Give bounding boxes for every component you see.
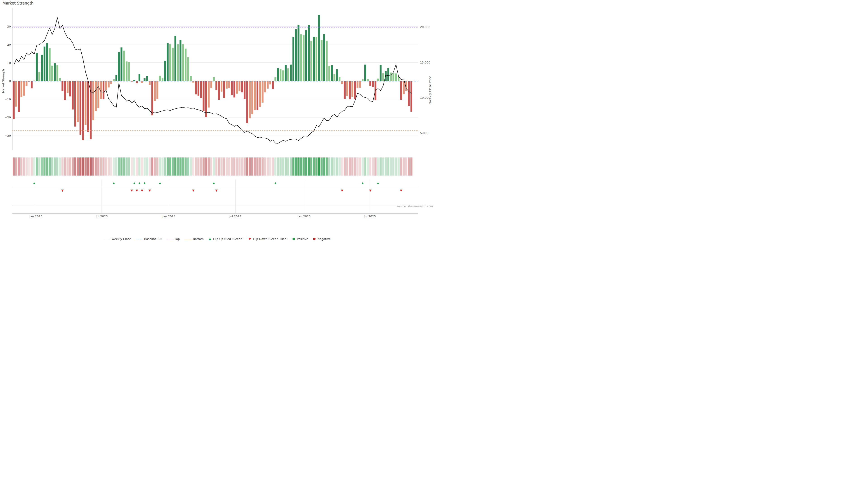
heatmap-cell — [310, 158, 312, 175]
strength-bar — [67, 81, 68, 93]
strength-bar — [321, 40, 322, 81]
strength-bar — [282, 70, 284, 81]
strength-bar — [226, 81, 228, 89]
strength-bar — [21, 81, 22, 97]
strength-bar — [187, 57, 189, 81]
strength-bar — [236, 81, 238, 94]
legend-item: Weekly Close — [103, 237, 131, 240]
legend-tri-down-icon — [248, 238, 251, 240]
strength-bar — [31, 81, 33, 88]
heatmap-cell — [367, 158, 369, 175]
strength-bar — [180, 40, 181, 81]
heatmap-cell — [261, 158, 264, 175]
flip-up-marker — [138, 182, 141, 185]
flip-down-marker — [149, 190, 151, 192]
strength-bar — [215, 81, 217, 90]
heatmap-cell — [359, 158, 361, 175]
legend-item: Flip Up (Red→Green) — [209, 237, 243, 240]
strength-bar — [18, 81, 20, 112]
flip-up-marker — [377, 182, 379, 185]
heatmap-cell — [74, 158, 76, 175]
heatmap-cell — [282, 158, 284, 175]
heatmap-cell — [49, 158, 51, 175]
heatmap-cell — [320, 158, 322, 175]
heatmap-cell — [164, 158, 166, 175]
heatmap-cell — [351, 158, 353, 175]
heatmap-cell — [305, 158, 307, 175]
heatmap-cell — [303, 158, 305, 175]
strength-bar — [408, 81, 410, 106]
heatmap-cell — [131, 158, 133, 175]
heatmap-cell — [379, 158, 381, 175]
heatmap-cell — [90, 158, 92, 175]
heatmap-cell — [121, 158, 123, 175]
strength-bar — [272, 81, 274, 89]
heatmap-cell — [184, 158, 186, 175]
heatmap-cell — [369, 158, 371, 175]
strength-bar — [172, 48, 174, 81]
flip-down-marker — [141, 190, 143, 192]
strength-bar — [144, 78, 145, 81]
heatmap-cell — [341, 158, 343, 175]
strength-bar — [26, 81, 27, 86]
strength-bar — [313, 37, 315, 81]
right-tick-label: 20,000 — [420, 25, 430, 29]
strength-bar — [385, 71, 386, 81]
heatmap-cell — [72, 158, 74, 175]
heatmap-cell — [315, 158, 317, 175]
strength-bar — [277, 68, 279, 81]
strength-bar — [244, 81, 246, 99]
x-tick-label: Jul 2024 — [229, 215, 241, 218]
heatmap-cell — [349, 158, 351, 175]
x-tick-label: Jan 2024 — [162, 215, 176, 218]
heatmap-cell — [20, 158, 22, 175]
x-tick-label: Jan 2023 — [29, 215, 42, 218]
strength-bar — [300, 34, 302, 81]
page-title: Market Strength — [2, 1, 33, 5]
legend-label: Top — [175, 237, 180, 240]
strength-bar — [121, 47, 122, 81]
strength-bar — [77, 81, 79, 122]
strength-bar — [326, 41, 328, 81]
heatmap-cell — [82, 158, 84, 175]
heatmap-cell — [403, 158, 405, 175]
strength-bar — [118, 52, 120, 81]
legend-circle-icon — [292, 238, 295, 240]
heatmap-cell — [269, 158, 271, 175]
left-tick-label: −30 — [2, 134, 11, 137]
strength-bar — [264, 81, 266, 92]
strength-bar — [310, 41, 312, 81]
strength-bar — [69, 81, 71, 96]
heatmap-cell — [405, 158, 407, 175]
strength-bar — [105, 81, 107, 90]
heatmap-cell — [300, 158, 302, 175]
strength-bar — [23, 81, 25, 96]
flip-down-marker — [61, 190, 64, 192]
heatmap-cell — [33, 158, 35, 175]
chart-canvas — [0, 0, 434, 244]
strength-bar — [351, 81, 353, 97]
strength-bar — [190, 76, 192, 81]
heatmap-cell — [59, 158, 61, 175]
strength-bar — [108, 81, 110, 88]
heatmap-cell — [97, 158, 99, 175]
heatmap-cell — [177, 158, 179, 175]
strength-bar — [262, 81, 264, 103]
strength-bar — [349, 81, 350, 99]
strength-bar — [82, 81, 84, 140]
heatmap-cell — [64, 158, 66, 175]
legend-label: Baseline (0) — [144, 237, 162, 240]
heatmap-cell — [215, 158, 217, 175]
heatmap-cell — [210, 158, 212, 175]
heatmap-cell — [107, 158, 110, 175]
strength-bar — [85, 81, 86, 125]
strength-bar — [57, 65, 58, 81]
heatmap-cell — [362, 158, 364, 175]
strength-bar — [177, 44, 179, 81]
heatmap-cell — [398, 158, 400, 175]
heatmap-cell — [172, 158, 174, 175]
heatmap-cell — [28, 158, 30, 175]
heatmap-cell — [38, 158, 40, 175]
heatmap-cell — [272, 158, 274, 175]
strength-bar — [49, 48, 51, 81]
